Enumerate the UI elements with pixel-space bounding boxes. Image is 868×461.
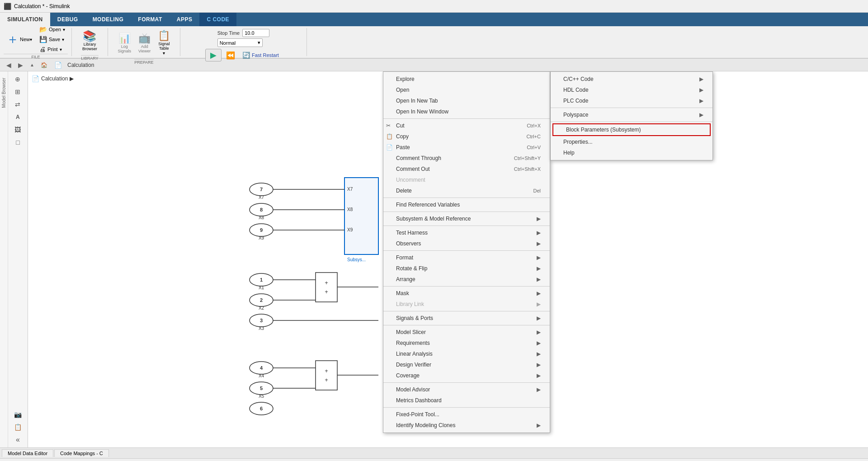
svg-text:5: 5 (260, 386, 263, 391)
svg-text:X8: X8 (259, 215, 264, 220)
nav-up-button[interactable]: ▲ (27, 60, 37, 70)
model-browser-label[interactable]: Model Browser (0, 76, 7, 110)
fast-restart-button[interactable]: 🔄 Fast Restart (240, 51, 282, 60)
menu-help[interactable]: Help (551, 147, 712, 158)
status-bar: Ready Vi (0, 458, 868, 461)
copy-icon: 📋 (386, 133, 393, 140)
new-icon: ＋ (6, 31, 19, 48)
log-signals-button[interactable]: 📊 LogSignals (115, 31, 134, 55)
menu-observers[interactable]: Observers ▶ (383, 238, 550, 249)
svg-text:X4: X4 (259, 373, 264, 378)
menu-cpp-code[interactable]: C/C++ Code ▶ (551, 74, 712, 85)
menu-find-vars[interactable]: Find Referenced Variables (383, 199, 550, 210)
menu-cut[interactable]: ✂ Cut Ctrl+X (383, 120, 550, 131)
menu-fixed-point-tool[interactable]: Fixed-Point Tool... (383, 409, 550, 420)
library-browser-button[interactable]: 📚 LibraryBrowser (80, 28, 100, 53)
svg-text:7: 7 (260, 187, 263, 192)
menu-arrange[interactable]: Arrange ▶ (383, 274, 550, 285)
svg-point-12 (250, 224, 273, 236)
menu-comment-through[interactable]: Comment Through Ctrl+Shift+Y (383, 153, 550, 164)
menu-coverage[interactable]: Coverage ▶ (383, 370, 550, 381)
svg-text:4: 4 (260, 365, 263, 371)
menu-metrics-dashboard[interactable]: Metrics Dashboard (383, 395, 550, 406)
menu-hdl-code[interactable]: HDL Code ▶ (551, 85, 712, 95)
menu-open[interactable]: Open (383, 85, 550, 95)
tab-ccode[interactable]: C CODE (199, 13, 236, 26)
tab-simulation[interactable]: SIMULATION (0, 13, 50, 26)
tab-apps[interactable]: APPS (170, 13, 200, 26)
svg-point-29 (250, 314, 273, 327)
tab-debug[interactable]: DEBUG (50, 13, 85, 26)
nav-back-button[interactable]: ◀ (4, 60, 14, 70)
menu-copy[interactable]: 📋 Copy Ctrl+C (383, 131, 550, 142)
tab-model-data-editor[interactable]: Model Data Editor (2, 449, 53, 457)
collapse-button[interactable]: « (12, 434, 24, 446)
menu-signals-ports[interactable]: Signals & Ports ▶ (383, 313, 550, 324)
run-button[interactable]: ▶ (205, 49, 222, 61)
menu-separator-4 (383, 226, 550, 226)
add-viewer-button[interactable]: 📺 AddViewer (136, 31, 153, 55)
signal-table-button[interactable]: 📋 SignalTable ▾ (155, 28, 173, 57)
menu-format[interactable]: Format ▶ (383, 252, 550, 263)
menu-separator-10 (383, 407, 550, 408)
print-button[interactable]: 🖨 Print ▾ (37, 45, 68, 54)
svg-text:+: + (325, 288, 328, 295)
sim-mode-dropdown[interactable]: Normal ▾ (217, 38, 263, 47)
svg-text:+: + (325, 367, 328, 374)
image-button[interactable]: 🖼 (12, 124, 24, 136)
menu-block-parameters[interactable]: Block Parameters (Subsystem) (552, 123, 711, 136)
annotation-button[interactable]: A (12, 111, 24, 123)
svg-rect-0 (344, 178, 378, 254)
menu-model-slicer[interactable]: Model Slicer ▶ (383, 327, 550, 338)
menu-polyspace[interactable]: Polyspace ▶ (551, 109, 712, 120)
nav-bar: ◀ ▶ ▲ 🏠 📄 Calculation (0, 59, 868, 71)
breadcrumb: Calculation (67, 62, 94, 68)
fit-view-button[interactable]: ⊞ (12, 86, 24, 98)
menu-delete[interactable]: Delete Del (383, 185, 550, 196)
menu-test-harness[interactable]: Test Harness ▶ (383, 227, 550, 238)
menu-paste[interactable]: 📄 Paste Ctrl+V (383, 142, 550, 153)
observers-arrow: ▶ (537, 240, 541, 247)
menu-plc-code[interactable]: PLC Code ▶ (551, 95, 712, 106)
menu-model-advisor[interactable]: Model Advisor ▶ (383, 384, 550, 395)
tab-code-mappings[interactable]: Code Mappings - C (54, 449, 109, 457)
menu-rotate-flip[interactable]: Rotate & Flip ▶ (383, 263, 550, 274)
menu-linear-analysis[interactable]: Linear Analysis ▶ (383, 348, 550, 359)
model-ref-button[interactable]: 📋 (12, 421, 24, 433)
linear-analysis-arrow: ▶ (537, 351, 541, 357)
log-signals-icon: 📊 (118, 33, 131, 44)
tab-format[interactable]: FORMAT (131, 13, 169, 26)
rotate-arrow: ▶ (537, 265, 541, 272)
nav-forward-button[interactable]: ▶ (15, 60, 25, 70)
print-dropdown-arrow: ▾ (60, 47, 62, 52)
new-button[interactable]: ＋ New ▾ (4, 26, 35, 52)
camera-button[interactable]: 📷 (12, 409, 24, 420)
zoom-in-button[interactable]: ⊕ (12, 73, 24, 85)
menu-design-verifier[interactable]: Design Verifier ▶ (383, 359, 550, 370)
subsystem-arrow: ▶ (537, 216, 541, 222)
library-icon: 📚 (83, 30, 96, 42)
nav-home-button[interactable]: 🏠 (39, 60, 49, 70)
stop-time-input[interactable] (242, 29, 269, 37)
menu-open-new-window[interactable]: Open In New Window (383, 106, 550, 117)
save-button[interactable]: 💾 Save ▾ (37, 35, 68, 44)
tab-modeling[interactable]: MODELING (85, 13, 131, 26)
menu-open-new-tab[interactable]: Open In New Tab (383, 95, 550, 106)
menu-properties[interactable]: Properties... (551, 136, 712, 147)
menu-subsystem-model-ref[interactable]: Subsystem & Model Reference ▶ (383, 213, 550, 224)
menu-comment-out[interactable]: Comment Out Ctrl+Shift+X (383, 164, 550, 174)
library-link-arrow: ▶ (537, 301, 541, 307)
pan-button[interactable]: ⇄ (12, 99, 24, 110)
menu-requirements[interactable]: Requirements ▶ (383, 338, 550, 348)
menu-explore[interactable]: Explore (383, 74, 550, 85)
hdl-code-arrow: ▶ (699, 87, 703, 93)
log-signals-label: LogSignals (118, 44, 131, 53)
library-label: LibraryBrowser (82, 42, 97, 52)
menu-mask[interactable]: Mask ▶ (383, 288, 550, 299)
sim-mode-arrow: ▾ (258, 40, 260, 46)
open-button[interactable]: 📂 Open ▾ (37, 25, 68, 34)
step-back-button[interactable]: ⏪ (222, 50, 239, 61)
menu-identify-clones[interactable]: Identify Modeling Clones ▶ (383, 420, 550, 431)
requirements-arrow: ▶ (537, 340, 541, 346)
shape-button[interactable]: □ (12, 136, 24, 148)
